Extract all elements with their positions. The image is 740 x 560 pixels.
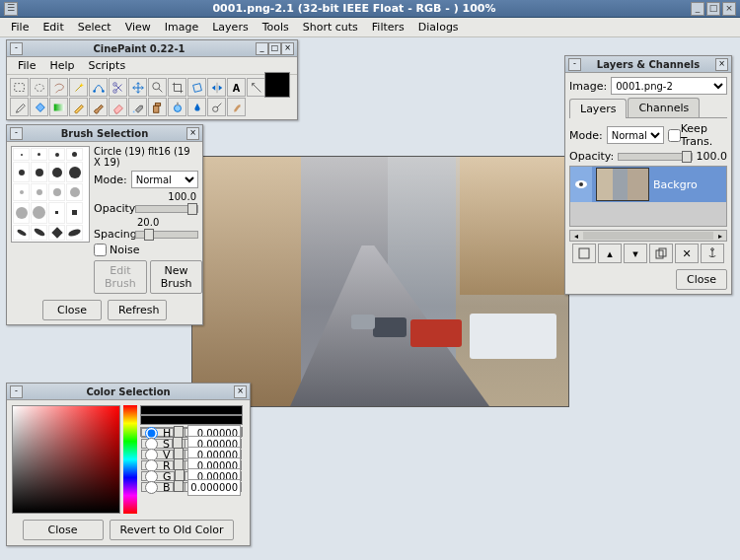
menu-filters[interactable]: Filters [365, 19, 411, 35]
minimize-icon[interactable]: _ [691, 2, 704, 16]
scissors-tool[interactable] [109, 78, 127, 97]
blend-tool[interactable] [49, 98, 68, 116]
close-icon[interactable]: × [186, 127, 199, 140]
brush-spacing-slider[interactable] [135, 231, 198, 239]
delete-layer-button[interactable]: ✕ [675, 244, 699, 263]
dodge-tool[interactable] [207, 98, 226, 116]
menu-view[interactable]: View [118, 19, 158, 35]
text-tool[interactable]: A [227, 78, 246, 97]
window-menu-icon[interactable]: - [10, 42, 23, 55]
new-layer-button[interactable] [572, 244, 596, 263]
scroll-right-icon[interactable]: ▸ [714, 232, 726, 241]
duplicate-layer-button[interactable] [649, 244, 673, 263]
lower-layer-button[interactable]: ▾ [624, 244, 647, 263]
channel-value-B[interactable] [187, 479, 241, 496]
lasso-tool[interactable] [49, 78, 68, 97]
anchor-layer-button[interactable] [701, 244, 724, 263]
image-select[interactable]: 0001.png-2 [611, 77, 727, 95]
close-icon[interactable]: × [715, 58, 728, 71]
maximize-icon[interactable]: □ [268, 42, 281, 55]
image-label: Image: [569, 80, 607, 93]
brush-noise-check[interactable]: Noise [94, 244, 198, 256]
menu-dialogs[interactable]: Dialogs [411, 19, 466, 35]
revert-button[interactable]: Revert to Old Color [110, 520, 235, 540]
keep-trans-checkbox[interactable] [668, 129, 681, 142]
menu-file[interactable]: File [4, 19, 36, 35]
ellipse-select-tool[interactable] [30, 78, 48, 97]
crop-tool[interactable] [168, 78, 186, 97]
ink-tool[interactable] [187, 98, 206, 116]
layer-opacity-slider[interactable] [618, 153, 692, 161]
color-selection-window: - Color Selection × HSVRGB Close Revert … [6, 383, 251, 546]
layer-row[interactable]: Backgro [570, 167, 726, 202]
menu-tools[interactable]: Tools [256, 19, 296, 35]
close-icon[interactable]: × [722, 2, 736, 16]
menu-edit[interactable]: Edit [36, 19, 70, 35]
color-swatch[interactable] [266, 78, 285, 97]
clone-tool[interactable] [148, 98, 167, 116]
layer-opacity-value: 100.0 [697, 150, 728, 163]
noise-checkbox[interactable] [94, 244, 107, 256]
hue-slider[interactable] [123, 405, 137, 514]
airbrush-tool[interactable] [128, 98, 147, 116]
tab-channels[interactable]: Channels [628, 98, 700, 117]
menu-layers[interactable]: Layers [205, 19, 255, 35]
brush-close-button[interactable]: Close [42, 300, 102, 320]
brush-mode-select[interactable]: Normal [131, 171, 198, 188]
close-icon[interactable]: × [281, 42, 294, 55]
eraser-tool[interactable] [109, 98, 127, 116]
eyedropper-tool[interactable] [10, 98, 29, 116]
image-canvas[interactable] [191, 156, 569, 407]
flip-tool[interactable] [207, 78, 226, 97]
convolve-tool[interactable] [168, 98, 186, 116]
menu-image[interactable]: Image [158, 19, 205, 35]
close-icon[interactable]: × [234, 385, 247, 398]
scene-decor [470, 314, 556, 359]
menu-file[interactable]: File [11, 57, 42, 74]
maximize-icon[interactable]: □ [706, 2, 720, 16]
new-brush-button[interactable]: New Brush [150, 260, 202, 294]
color-close-button[interactable]: Close [23, 520, 104, 540]
pencil-tool[interactable] [69, 98, 88, 116]
transform-tool[interactable] [187, 78, 206, 97]
minimize-icon[interactable]: _ [256, 42, 268, 55]
scene-decor [373, 317, 407, 337]
layers-close-button[interactable]: Close [676, 269, 727, 290]
brush-refresh-button[interactable]: Refresh [108, 300, 167, 320]
menu-help[interactable]: Help [42, 57, 81, 74]
scroll-left-icon[interactable]: ◂ [570, 232, 582, 241]
brush-opacity-value: 100.0 [94, 191, 198, 202]
layer-mode-select[interactable]: Normal [607, 126, 664, 144]
brush-opacity-slider[interactable] [135, 205, 198, 213]
window-menu-icon[interactable]: - [10, 127, 23, 140]
window-menu-icon[interactable]: - [10, 385, 23, 398]
smudge-tool[interactable] [227, 98, 246, 116]
move-tool[interactable] [128, 78, 147, 97]
menu-select[interactable]: Select [71, 19, 118, 35]
brush-grid[interactable] [11, 146, 90, 243]
bucket-tool[interactable] [30, 98, 48, 116]
brush-name: Circle (19) flt16 (19 X 19) [94, 146, 198, 168]
channel-label: B [163, 481, 171, 494]
magic-wand-tool[interactable] [69, 78, 88, 97]
zoom-tool[interactable] [148, 78, 167, 97]
sv-picker[interactable] [12, 405, 120, 514]
keep-trans-check[interactable]: Keep Trans. [668, 122, 727, 148]
svg-rect-8 [53, 104, 64, 110]
hscrollbar[interactable] [583, 232, 713, 240]
brush-tool[interactable] [89, 98, 108, 116]
menu-scripts[interactable]: Scripts [82, 57, 133, 74]
window-menu-icon[interactable]: ☰ [4, 2, 18, 16]
bezier-tool[interactable] [89, 78, 108, 97]
raise-layer-button[interactable]: ▴ [598, 244, 622, 263]
scene-decor [460, 157, 568, 295]
measure-tool[interactable] [247, 78, 265, 97]
visibility-eye-icon[interactable] [570, 167, 592, 202]
rect-select-tool[interactable] [10, 78, 29, 97]
channel-slider-B[interactable] [173, 482, 185, 492]
layer-list[interactable]: Backgro [569, 166, 727, 227]
menu-shortcuts[interactable]: Short cuts [296, 19, 365, 35]
channel-radio-B[interactable] [145, 481, 158, 494]
tab-layers[interactable]: Layers [569, 99, 627, 118]
window-menu-icon[interactable]: - [568, 58, 581, 71]
